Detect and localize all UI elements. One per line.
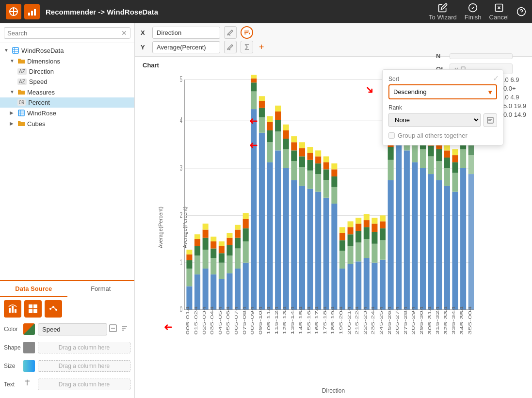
svg-rect-155 (331, 169, 337, 176)
svg-rect-208 (420, 149, 426, 168)
svg-rect-207 (420, 168, 426, 310)
x-sort-btn[interactable] (241, 26, 253, 39)
svg-rect-185 (380, 222, 386, 229)
svg-rect-162 (348, 264, 354, 310)
search-input-wrap[interactable]: ✕ (4, 27, 130, 39)
rank-icon-btn[interactable] (484, 113, 497, 127)
svg-text:285-294: 285-294 (411, 306, 416, 334)
folder-icon-cubes (17, 120, 25, 127)
svg-rect-140 (307, 153, 313, 160)
shape-drag-zone[interactable]: Drag a column here (38, 342, 130, 353)
svg-text:235-244: 235-244 (370, 306, 375, 334)
shelf-icon-btn-3[interactable] (45, 300, 62, 318)
svg-rect-121 (275, 106, 281, 111)
color-edit-icon[interactable] (109, 324, 119, 334)
svg-rect-186 (380, 215, 386, 221)
svg-rect-138 (307, 171, 313, 189)
svg-text:155-164: 155-164 (306, 306, 311, 334)
tree-item-percent[interactable]: 09 Percent (0, 97, 134, 108)
svg-rect-181 (371, 218, 377, 223)
svg-rect-110 (259, 101, 265, 108)
tree-item-cubes[interactable]: ▶ Cubes (0, 118, 134, 129)
svg-rect-46 (487, 117, 493, 123)
svg-rect-23 (29, 304, 32, 308)
svg-rect-83 (219, 263, 225, 279)
tree-item-dimensions[interactable]: ▼ Dimensions (0, 56, 134, 66)
svg-rect-26 (33, 309, 37, 313)
tree-item-windrose[interactable]: ▶ WindRose (0, 108, 134, 118)
x-axis-pill[interactable]: Direction (152, 27, 220, 39)
svg-text:115-124: 115-124 (274, 306, 279, 334)
help-button[interactable] (516, 7, 526, 16)
tree-item-windrose-root[interactable]: ▼ WindRoseData (0, 45, 134, 56)
shelf-icon-btn-2[interactable] (24, 300, 42, 318)
svg-rect-4 (31, 11, 33, 16)
clear-search-button[interactable]: ✕ (121, 29, 127, 37)
app-icon2 (24, 4, 40, 19)
tree-item-speed[interactable]: AZ Speed (0, 77, 134, 87)
svg-rect-136 (299, 142, 305, 148)
sort-select-wrap: Descending Ascending None ▼ (388, 84, 497, 99)
svg-rect-20 (9, 308, 11, 313)
svg-rect-113 (267, 142, 273, 162)
tree-item-direction[interactable]: AZ Direction (0, 66, 134, 77)
svg-rect-174 (364, 227, 370, 239)
svg-text:075-084: 075-084 (242, 306, 247, 334)
svg-rect-66 (186, 250, 192, 255)
color-sort-icon[interactable] (121, 324, 130, 334)
search-input[interactable] (7, 30, 121, 37)
cancel-button[interactable]: Cancel (489, 3, 509, 21)
y-add-btn[interactable]: + (259, 42, 264, 52)
group-checkbox[interactable] (388, 132, 395, 139)
svg-text:105-114: 105-114 (266, 306, 271, 334)
svg-rect-90 (226, 238, 232, 245)
svg-rect-173 (364, 239, 370, 258)
svg-rect-143 (315, 174, 321, 192)
shelf-size-row: Size Drag a column here (4, 358, 130, 374)
x-edit-btn[interactable] (224, 26, 237, 39)
shelf-color-row: Color Speed (4, 321, 130, 337)
tab-format[interactable]: Format (67, 281, 135, 297)
y-edit-btn[interactable] (224, 41, 237, 53)
finish-button[interactable]: Finish (465, 3, 482, 21)
tree-item-measures[interactable]: ▼ Measures (0, 87, 134, 97)
svg-rect-76 (203, 223, 209, 229)
tree-arrow-cubes: ▶ (10, 121, 16, 127)
svg-rect-132 (299, 186, 305, 310)
group-checkbox-row: Group all others together (388, 132, 497, 139)
svg-rect-12 (13, 48, 18, 53)
tab-data-source[interactable]: Data Source (0, 281, 67, 297)
tree-label-measures: Measures (27, 89, 55, 96)
text-drag-zone[interactable]: Drag a column here (38, 379, 130, 390)
svg-text:0: 0 (180, 305, 182, 314)
svg-text:1: 1 (180, 258, 182, 267)
shape-swatch (23, 342, 35, 353)
svg-text:5: 5 (180, 75, 182, 84)
svg-rect-170 (355, 223, 361, 231)
svg-text:255-264: 255-264 (387, 306, 392, 334)
svg-rect-105 (251, 79, 257, 83)
svg-rect-225 (444, 150, 450, 158)
svg-rect-109 (259, 108, 265, 117)
shelf-shape-row: Shape Drag a column here (4, 340, 130, 355)
to-wizard-button[interactable]: To Wizard (429, 3, 457, 21)
svg-rect-175 (364, 220, 370, 227)
shelf-icon-btn-1[interactable] (4, 300, 21, 318)
y-sigma-btn[interactable] (241, 41, 253, 53)
svg-rect-152 (331, 204, 337, 310)
svg-rect-94 (235, 238, 241, 249)
svg-rect-150 (323, 162, 329, 170)
svg-rect-77 (210, 274, 216, 310)
tree-label-dimensions: Dimensions (27, 58, 60, 65)
table-icon-windrose (17, 109, 25, 117)
color-field-pill[interactable]: Speed (38, 323, 107, 335)
type-09-percent: 09 (17, 99, 26, 106)
rank-select[interactable]: None Top Bottom (388, 113, 481, 127)
sort-select[interactable]: Descending Ascending None (388, 84, 497, 99)
svg-rect-229 (452, 162, 458, 173)
folder-icon-dimensions (17, 57, 25, 65)
tree-label-speed: Speed (29, 78, 48, 85)
y-axis-pill[interactable]: Average(Percent) (152, 41, 220, 53)
size-drag-zone[interactable]: Drag a column here (38, 360, 130, 372)
svg-rect-164 (348, 234, 354, 246)
